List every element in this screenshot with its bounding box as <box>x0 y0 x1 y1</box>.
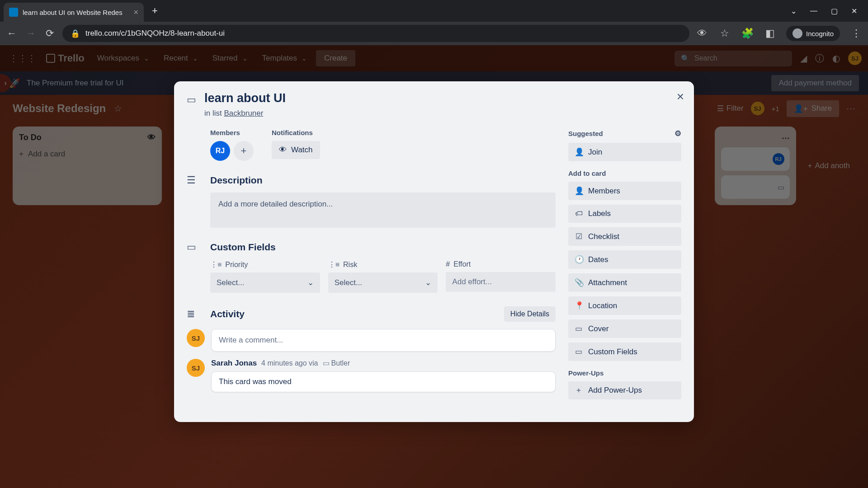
menu-icon[interactable]: ⋮ <box>850 28 863 39</box>
description-heading: Description <box>210 175 263 186</box>
maximize-icon[interactable]: ▢ <box>831 7 838 15</box>
activity-heading: Activity <box>210 309 245 319</box>
number-field-icon: # <box>446 260 450 268</box>
url-text: trello.com/c/1bGNQOHz/8-learn-about-ui <box>85 29 225 38</box>
current-user-avatar: SJ <box>187 329 205 347</box>
cover-icon: ▭ <box>575 324 583 333</box>
card-title[interactable]: learn about UI <box>204 91 286 105</box>
activity-timestamp: 4 minutes ago via <box>261 359 318 367</box>
suggested-label: Suggested <box>568 130 603 137</box>
butler-icon: ▭ <box>323 359 330 367</box>
activity-icon: ≣ <box>187 308 202 320</box>
close-modal-icon[interactable]: × <box>677 89 684 104</box>
close-tab-icon[interactable]: × <box>133 8 138 17</box>
custom-fields-button[interactable]: ▭Custom Fields <box>568 343 681 361</box>
trello-favicon <box>9 8 18 17</box>
watch-button[interactable]: 👁 Watch <box>272 141 320 159</box>
window-controls: ⌄ ― ▢ ✕ <box>791 7 868 15</box>
checklist-icon: ☑ <box>575 232 583 241</box>
dropdown-field-icon: ⋮≡ <box>210 260 222 269</box>
gear-icon[interactable]: ⚙ <box>675 129 681 138</box>
lock-icon: 🔒 <box>71 29 80 38</box>
back-button[interactable]: ← <box>5 28 18 39</box>
pin-icon: 📍 <box>575 301 583 310</box>
members-label: Members <box>210 129 254 136</box>
comment-input[interactable]: Write a comment... <box>211 329 556 352</box>
chevron-down-icon: ⌄ <box>425 278 431 287</box>
star-bookmark-icon[interactable]: ☆ <box>718 28 731 39</box>
tabs-dropdown-icon[interactable]: ⌄ <box>791 7 797 15</box>
incognito-icon <box>793 28 802 38</box>
fields-icon: ▭ <box>575 347 583 357</box>
close-window-icon[interactable]: ✕ <box>851 7 857 15</box>
effort-input[interactable]: Add effort... <box>446 272 556 292</box>
list-link[interactable]: Backbruner <box>224 109 263 117</box>
checklist-button[interactable]: ☑Checklist <box>568 227 681 246</box>
clock-icon: 🕐 <box>575 255 583 264</box>
attachment-button[interactable]: 📎Attachment <box>568 273 681 292</box>
tag-icon: 🏷 <box>575 209 583 218</box>
incognito-badge[interactable]: Incognito <box>786 26 840 41</box>
add-member-button[interactable]: + <box>234 141 254 161</box>
eye-off-icon[interactable]: 👁 <box>696 28 708 39</box>
chevron-down-icon: ⌄ <box>307 278 314 287</box>
powerups-label: Power-Ups <box>568 369 604 377</box>
activity-author[interactable]: Sarah Jonas <box>211 359 257 368</box>
browser-tab-strip: learn about UI on Website Redes × + ⌄ ― … <box>0 0 868 22</box>
card-icon: ▭ <box>187 94 196 106</box>
user-icon: 👤 <box>575 186 583 196</box>
paperclip-icon: 📎 <box>575 278 583 287</box>
minimize-icon[interactable]: ― <box>810 7 817 15</box>
notifications-label: Notifications <box>272 129 320 136</box>
description-icon: ☰ <box>187 174 202 186</box>
description-input[interactable]: Add a more detailed description... <box>210 192 556 228</box>
plus-icon: + <box>575 386 583 395</box>
labels-button[interactable]: 🏷Labels <box>568 205 681 223</box>
location-button[interactable]: 📍Location <box>568 296 681 315</box>
side-panel-icon[interactable]: ◧ <box>764 28 776 39</box>
forward-button[interactable]: → <box>24 28 37 39</box>
dropdown-field-icon: ⋮≡ <box>328 260 340 269</box>
member-avatar[interactable]: RJ <box>210 141 230 161</box>
activity-body: This card was moved <box>211 371 556 392</box>
extensions-icon[interactable]: 🧩 <box>741 28 754 39</box>
card-list-location: in list Backbruner <box>204 109 286 118</box>
browser-tab[interactable]: learn about UI on Website Redes × <box>4 3 144 22</box>
card-modal: × ▭ learn about UI in list Backbruner Me… <box>174 81 694 422</box>
reload-button[interactable]: ⟳ <box>43 28 56 39</box>
custom-fields-heading: Custom Fields <box>210 242 276 253</box>
new-tab-button[interactable]: + <box>152 5 158 17</box>
user-icon: 👤 <box>575 147 583 157</box>
address-bar[interactable]: 🔒 trello.com/c/1bGNQOHz/8-learn-about-ui <box>62 25 689 42</box>
join-button[interactable]: 👤Join <box>568 143 681 161</box>
add-powerups-button[interactable]: +Add Power-Ups <box>568 381 681 399</box>
cover-button[interactable]: ▭Cover <box>568 319 681 338</box>
tab-title: learn about UI on Website Redes <box>23 9 129 16</box>
priority-select[interactable]: Select...⌄ <box>210 272 320 293</box>
hide-details-button[interactable]: Hide Details <box>504 306 556 322</box>
dates-button[interactable]: 🕐Dates <box>568 250 681 269</box>
eye-icon: 👁 <box>279 145 287 155</box>
activity-author-avatar: SJ <box>187 359 205 377</box>
risk-select[interactable]: Select...⌄ <box>328 272 438 293</box>
browser-toolbar: ← → ⟳ 🔒 trello.com/c/1bGNQOHz/8-learn-ab… <box>0 22 868 45</box>
add-to-card-label: Add to card <box>568 169 606 177</box>
members-button[interactable]: 👤Members <box>568 182 681 200</box>
custom-fields-icon: ▭ <box>187 241 202 253</box>
